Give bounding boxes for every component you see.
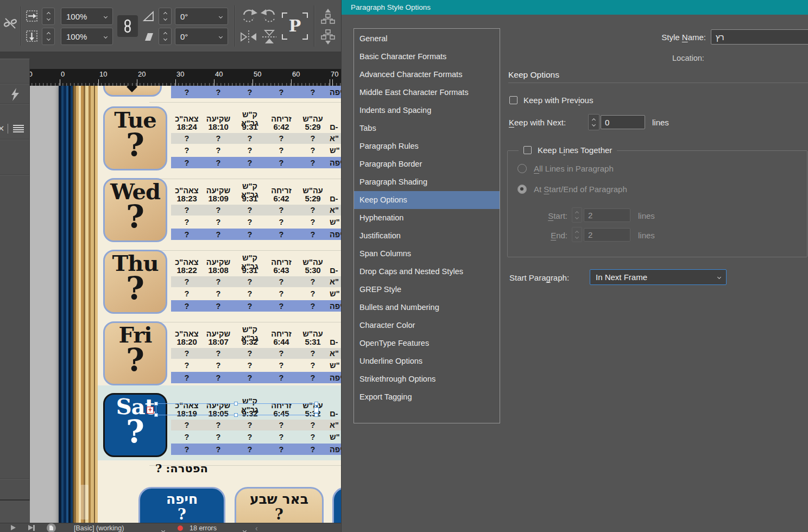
- style-category-item[interactable]: Tabs: [354, 119, 500, 137]
- start-lines-input[interactable]: [584, 208, 630, 222]
- keep-with-previous-label[interactable]: Keep with Previous: [523, 96, 593, 105]
- zmanim-row[interactable]: ? ? ? ? ? א": [171, 348, 341, 359]
- style-category-item[interactable]: Export Tagging: [354, 388, 500, 406]
- zmanim-row[interactable]: ? ? ? ? ? יפה: [171, 157, 341, 168]
- style-category-item[interactable]: Justification: [354, 227, 500, 245]
- city-box-partial[interactable]: [332, 487, 341, 523]
- reference-point-proxy[interactable]: P: [282, 12, 308, 40]
- zmanim-row[interactable]: ? ? ? ? ? ש": [171, 432, 341, 442]
- next-page-icon[interactable]: [11, 525, 16, 530]
- style-category-item[interactable]: Character Color: [354, 316, 500, 334]
- style-category-item[interactable]: Span Columns: [354, 245, 500, 263]
- haftarah-text[interactable]: הפטרה: ?: [155, 461, 208, 475]
- day-block[interactable]: Tue ? צאה"כ שקיעה ק"ש גר"א זריחה עה"ש: [98, 106, 341, 178]
- style-category-item[interactable]: Hyphenation: [354, 209, 500, 227]
- scale-y-dropdown-icon[interactable]: [98, 35, 112, 38]
- style-category-item[interactable]: GREP Style: [354, 281, 500, 299]
- style-category-item[interactable]: Advanced Character Formats: [354, 66, 500, 84]
- start-paragraph-dropdown[interactable]: In Next Frame: [590, 269, 727, 285]
- error-count[interactable]: 18 errors: [190, 524, 217, 532]
- rotate-ccw-icon[interactable]: [260, 7, 279, 27]
- all-lines-label[interactable]: All Lines in Paragraph: [534, 164, 614, 173]
- end-lines-input[interactable]: [584, 228, 630, 242]
- style-name-input[interactable]: [711, 29, 808, 45]
- style-category-item[interactable]: Indents and Spacing: [354, 102, 500, 119]
- zmanim-row[interactable]: ? ? ? ? ? א": [171, 133, 341, 144]
- selection-handle[interactable]: [154, 402, 158, 406]
- day-block[interactable]: Wed ? צאה"כ שקיעה ק"ש גר"א זריחה עה"ש: [98, 178, 341, 250]
- document-page[interactable]: ? ? ? ? ? יפה Tue ?: [59, 86, 341, 523]
- keep-with-previous-checkbox[interactable]: [509, 96, 517, 104]
- style-category-item[interactable]: Paragraph Border: [354, 155, 500, 173]
- scale-y-field[interactable]: 100%: [61, 28, 113, 45]
- rotation-dropdown-icon[interactable]: [213, 15, 228, 18]
- style-category-item[interactable]: Underline Options: [354, 352, 500, 370]
- day-badge[interactable]: Tue ?: [103, 106, 167, 170]
- zmanim-row[interactable]: ? ? ? ? ? ש": [171, 145, 341, 156]
- start-stepper[interactable]: [572, 207, 582, 223]
- zmanim-row[interactable]: ? ? ? ? ? יפה: [171, 372, 341, 383]
- city-box-haifa[interactable]: חיפה ?: [138, 487, 225, 523]
- zmanim-row[interactable]: ? ? ? ? ? א": [171, 205, 341, 216]
- style-category-item[interactable]: General: [354, 30, 500, 48]
- style-category-item[interactable]: Paragraph Rules: [354, 137, 500, 155]
- zmanim-table[interactable]: צאה"כ שקיעה ק"ש גר"א זריחה עה"ש 18:24 18…: [171, 110, 341, 172]
- zmanim-row[interactable]: ? ? ? ? ? ש": [171, 217, 341, 227]
- shear-field[interactable]: 0°: [175, 28, 228, 45]
- scale-x-stepper[interactable]: [42, 8, 55, 25]
- zmanim-table[interactable]: צאה"כ שקיעה ק"ש גר"א זריחה עה"ש 18:22 18…: [171, 254, 341, 315]
- rotate-cw-icon[interactable]: [239, 7, 258, 27]
- style-category-item[interactable]: Basic Character Formats: [354, 48, 500, 66]
- style-category-item[interactable]: OpenType Features: [354, 334, 500, 352]
- style-category-item[interactable]: Strikethrough Options: [354, 370, 500, 388]
- style-category-item[interactable]: Keep Options: [354, 191, 500, 209]
- rotation-stepper[interactable]: [159, 8, 172, 25]
- day-badge[interactable]: Fri ?: [103, 321, 167, 385]
- at-start-end-radio[interactable]: [517, 185, 527, 194]
- selection-handle[interactable]: [314, 413, 318, 417]
- day-block[interactable]: Thu ? צאה"כ שקיעה ק"ש גר"א זריחה עה"ש: [98, 250, 341, 321]
- zmanim-row[interactable]: ? ? ? ? ? יפה: [171, 444, 341, 455]
- zmanim-table[interactable]: צאה"כ שקיעה ק"ש גר"א זריחה עה"ש 18:23 18…: [171, 182, 341, 244]
- rotation-field[interactable]: 0°: [175, 8, 228, 25]
- scale-y-stepper[interactable]: [42, 28, 55, 45]
- day-block[interactable]: Fri ? צאה"כ שקיעה ק"ש גר"א זריחה עה"ש: [98, 321, 341, 393]
- zmanim-row[interactable]: ? ? ? ? ? ש": [171, 288, 341, 299]
- at-start-end-label[interactable]: At Start/End of Paragraph: [534, 185, 627, 194]
- dialog-title-bar[interactable]: Paragraph Style Options: [342, 0, 808, 15]
- zmanim-row[interactable]: ? ? ? ? ? יפה: [171, 300, 341, 312]
- zmanim-times-row[interactable]: 18:24 18:10 9:31 6:42 5:29 ם-: [171, 122, 341, 132]
- zmanim-times-row[interactable]: 18:20 18:07 9:32 6:44 5:31 ם-: [171, 337, 341, 347]
- preflight-profile[interactable]: [Basic] (working): [74, 524, 124, 532]
- zmanim-table[interactable]: צאה"כ שקיעה ק"ש גר"א זריחה עה"ש 18:20 18…: [171, 325, 341, 387]
- select-previous-object-icon[interactable]: [319, 8, 337, 27]
- panel-close-icon[interactable]: ✕: [0, 124, 5, 133]
- keep-lines-together-label[interactable]: Keep Lines Together: [538, 145, 612, 155]
- zmanim-row-partial[interactable]: ? ? ? ? ? יפה: [171, 86, 341, 98]
- keep-with-next-stepper[interactable]: [588, 114, 599, 130]
- unlink-icon[interactable]: [3, 16, 17, 33]
- select-next-object-icon[interactable]: [319, 28, 337, 48]
- style-category-item[interactable]: Bullets and Numbering: [354, 299, 500, 316]
- lightning-icon[interactable]: [9, 87, 21, 104]
- style-category-item[interactable]: Middle East Character Formats: [354, 84, 500, 102]
- selection-handle[interactable]: [314, 402, 318, 406]
- selection-handle[interactable]: [234, 402, 238, 406]
- city-box-beersheva[interactable]: באר שבע ?: [235, 487, 324, 523]
- day-block[interactable]: Sat ? צאה"כ שקיעה ק"ש גר"א זריחה עה"ש: [98, 393, 341, 465]
- style-category-item[interactable]: Paragraph Shading: [354, 173, 500, 191]
- shear-dropdown-icon[interactable]: [213, 35, 228, 38]
- end-stepper[interactable]: [572, 227, 582, 242]
- constrain-proportions-button[interactable]: [117, 15, 138, 37]
- preflight-menu-chevron-icon[interactable]: [162, 526, 165, 532]
- keep-with-next-input[interactable]: [601, 115, 645, 129]
- errors-menu-chevron-icon[interactable]: [243, 526, 246, 532]
- all-lines-radio[interactable]: [517, 164, 527, 173]
- scale-x-dropdown-icon[interactable]: [98, 15, 112, 18]
- flip-vertical-icon[interactable]: [260, 29, 279, 47]
- zmanim-row[interactable]: ? ? ? ? ? א": [171, 276, 341, 287]
- last-page-icon[interactable]: [28, 525, 33, 530]
- zmanim-row[interactable]: ? ? ? ? ? א": [171, 420, 341, 430]
- keep-lines-together-checkbox[interactable]: [523, 146, 532, 154]
- overset-text-indicator[interactable]: +: [147, 407, 154, 414]
